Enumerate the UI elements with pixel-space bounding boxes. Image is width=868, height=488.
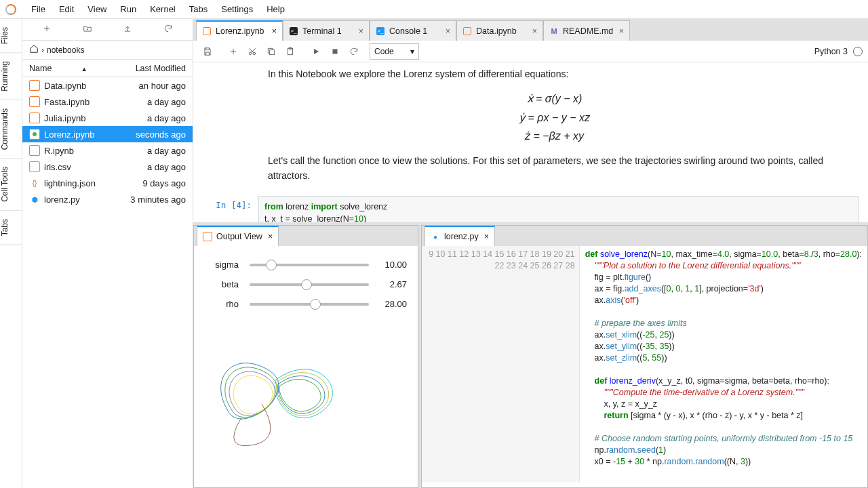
upload-icon[interactable]: [123, 24, 132, 35]
python-icon: ●: [431, 232, 440, 241]
save-icon[interactable]: [199, 43, 216, 60]
tab-output-view[interactable]: Output View ×: [197, 226, 279, 246]
close-icon[interactable]: ×: [527, 26, 537, 36]
kernel-idle-icon: [853, 47, 863, 56]
file-modified: an hour ago: [118, 81, 193, 91]
close-icon[interactable]: ×: [262, 232, 273, 241]
file-row[interactable]: Fasta.ipynba day ago: [22, 94, 193, 110]
svg-rect-2: [270, 49, 275, 54]
file-browser-toolbar: [22, 19, 193, 41]
menu-file[interactable]: File: [24, 4, 52, 14]
tab-console-1[interactable]: >_Console 1×: [370, 20, 456, 41]
json-icon: {}: [29, 178, 40, 188]
file-modified: 9 days ago: [118, 178, 193, 188]
left-sidebar: FilesRunningCommandsCell ToolsTabs: [0, 19, 22, 488]
file-name: Data.ipynb: [44, 81, 118, 91]
output-view-panel: Output View × sigma10.00beta2.67rho28.00: [193, 225, 418, 488]
slider-thumb[interactable]: [301, 279, 312, 290]
notebook-icon: [203, 232, 212, 241]
kernel-status[interactable]: Python 3: [814, 47, 863, 56]
slider-rho: rho28.00: [205, 299, 407, 309]
slider-value: 28.00: [374, 299, 407, 309]
notebook-toolbar: Code ▾ Python 3: [193, 41, 868, 62]
tab-data-ipynb[interactable]: Data.ipynb×: [456, 20, 543, 41]
menu-edit[interactable]: Edit: [52, 4, 81, 14]
main-area: Lorenz.ipynb×>_Terminal 1×>_Console 1×Da…: [193, 19, 868, 488]
menu-help[interactable]: Help: [260, 4, 292, 14]
plus-icon[interactable]: [224, 43, 242, 60]
copy-icon[interactable]: [262, 43, 280, 60]
slider-thumb[interactable]: [266, 260, 277, 270]
sliders: sigma10.00beta2.67rho28.00: [194, 246, 418, 325]
file-row[interactable]: Data.ipynban hour ago: [22, 77, 193, 94]
close-icon[interactable]: ×: [353, 26, 363, 36]
file-row[interactable]: iris.csva day ago: [22, 159, 193, 175]
tab-terminal-1[interactable]: >_Terminal 1×: [283, 20, 370, 41]
slider-label: rho: [205, 299, 244, 309]
cut-icon[interactable]: [243, 43, 261, 60]
file-list-header: Name ▲ Last Modified: [22, 60, 193, 77]
side-tab-commands[interactable]: Commands: [0, 100, 22, 159]
file-name: Julia.ipynb: [44, 113, 118, 123]
menu-settings[interactable]: Settings: [214, 4, 260, 14]
file-row[interactable]: Lorenz.ipynbseconds ago: [22, 126, 193, 142]
code-editor[interactable]: 9 10 11 12 13 14 15 16 17 18 19 20 21 22…: [422, 246, 867, 482]
file-browser: › notebooks Name ▲ Last Modified Data.ip…: [22, 19, 193, 488]
close-icon[interactable]: ×: [479, 232, 489, 241]
code-cell[interactable]: In [4]: from lorenz import solve_lorenzt…: [193, 196, 868, 222]
stop-icon[interactable]: [326, 43, 344, 60]
close-icon[interactable]: ×: [614, 26, 624, 36]
restart-icon[interactable]: [345, 43, 363, 60]
paste-icon[interactable]: [281, 43, 299, 60]
tab-readme-md[interactable]: MREADME.md×: [543, 20, 630, 41]
notebook-icon: [29, 113, 40, 123]
cell-type-select[interactable]: Code ▾: [370, 43, 419, 60]
notebook-content: In this Notebook we explore the Lorenz s…: [193, 62, 868, 222]
md-icon: M: [549, 26, 559, 36]
chevron-down-icon: ▾: [410, 47, 414, 56]
breadcrumb[interactable]: › notebooks: [22, 41, 193, 60]
menu-view[interactable]: View: [81, 4, 113, 14]
slider-sigma: sigma10.00: [205, 260, 407, 270]
code-input[interactable]: from lorenz import solve_lorenzt, x_t = …: [258, 196, 859, 222]
file-list: Data.ipynban hour agoFasta.ipynba day ag…: [22, 77, 193, 488]
menu-kernel[interactable]: Kernel: [143, 4, 182, 14]
refresh-icon[interactable]: [163, 24, 173, 35]
file-row[interactable]: R.ipynba day ago: [22, 142, 193, 159]
file-row[interactable]: Julia.ipynba day ago: [22, 110, 193, 126]
file-row[interactable]: ⬢lorenz.py3 minutes ago: [22, 191, 193, 207]
lorenz-attractor-plot: [194, 329, 357, 465]
new-folder-icon[interactable]: [83, 24, 92, 35]
file-modified: a day ago: [118, 97, 193, 107]
cons-icon: >_: [376, 26, 385, 36]
code-lines[interactable]: def solve_lorenz(N=10, max_time=4.0, sig…: [580, 246, 867, 482]
slider-track[interactable]: [250, 264, 369, 266]
run-icon[interactable]: [307, 43, 325, 60]
side-tab-files[interactable]: Files: [0, 19, 22, 53]
slider-value: 2.67: [374, 279, 407, 289]
home-icon[interactable]: [29, 44, 39, 56]
jupyter-logo-icon: [5, 4, 16, 15]
menu-run[interactable]: Run: [113, 4, 143, 14]
plus-icon[interactable]: [42, 24, 52, 35]
slider-thumb[interactable]: [310, 299, 321, 310]
tab-lorenz-py[interactable]: ● lorenz.py ×: [425, 226, 495, 246]
term-icon: >_: [289, 26, 298, 36]
breadcrumb-path[interactable]: notebooks: [47, 45, 84, 55]
column-modified[interactable]: Last Modified: [118, 64, 193, 73]
slider-beta: beta2.67: [205, 279, 407, 289]
slider-track[interactable]: [250, 283, 369, 286]
side-tab-running[interactable]: Running: [0, 53, 22, 100]
column-name[interactable]: Name ▲: [22, 64, 118, 73]
side-tab-tabs[interactable]: Tabs: [0, 211, 22, 245]
close-icon[interactable]: ×: [267, 26, 277, 36]
tab-lorenz-ipynb[interactable]: Lorenz.ipynb×: [196, 20, 283, 41]
slider-track[interactable]: [250, 303, 369, 306]
file-row[interactable]: {}lightning.json9 days ago: [22, 175, 193, 191]
menu-tabs[interactable]: Tabs: [182, 4, 214, 14]
markdown-cell[interactable]: In this Notebook we explore the Lorenz s…: [193, 66, 868, 196]
close-icon[interactable]: ×: [440, 26, 450, 36]
side-tab-cell-tools[interactable]: Cell Tools: [0, 159, 22, 211]
file-modified: a day ago: [118, 113, 193, 123]
file-name: lorenz.py: [44, 195, 118, 205]
